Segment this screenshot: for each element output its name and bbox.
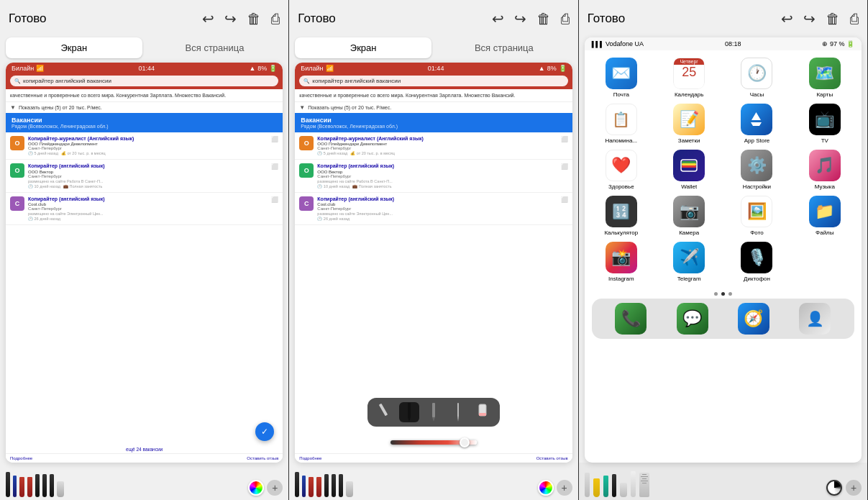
panel2-pen-2[interactable] [302,476,306,497]
panel3-pen-yellow[interactable] [593,478,600,497]
panel1-job-item-1[interactable]: О Копирайтер-журналист (Английский язык)… [6,132,283,160]
panel3-done-button[interactable]: Готово [588,12,626,26]
panel1-pen-6[interactable] [42,474,47,497]
panel3-app-instagram[interactable]: 📸 Instagram [590,242,652,282]
panel1-pen-5[interactable] [35,474,40,497]
panel2-job-item-2[interactable]: О Копирайтер (английский язык) ООО Векто… [295,160,572,192]
panel1-pen-4[interactable] [27,477,32,497]
panel3-app-telegram[interactable]: ✈️ Telegram [658,242,720,282]
panel3-app-notes[interactable]: 📝 Заметки [658,104,720,144]
panel2-share-icon[interactable]: ⎙ [561,11,570,27]
panel2-pen-6[interactable] [332,474,336,497]
panel3-ruler[interactable] [639,473,649,497]
panel3-app-calculator[interactable]: 🔢 Калькулятор [590,196,652,236]
panel3-app-wallet[interactable]: Wallet [658,150,720,190]
panel1-tab-fullpage[interactable]: Вся страница [147,37,283,58]
panel1-job-item-2[interactable]: О Копирайтер (английский язык) ООО Векто… [6,160,283,192]
panel2-pen-1[interactable] [295,472,299,497]
panel2-tab-screen[interactable]: Экран [295,37,431,58]
panel3-pen-black[interactable] [612,474,616,497]
panel2-tool-pen-black[interactable] [399,402,419,422]
panel2-color-slider[interactable] [390,440,477,445]
panel3-undo-icon[interactable]: ↩ [781,10,793,27]
panel3-redo-icon[interactable]: ↪ [803,10,816,27]
panel2-search-input[interactable]: 🔍 копирайтер английский вакансии [299,76,567,86]
panel3-dot-3[interactable] [728,292,732,296]
panel1-job-item-3[interactable]: С Копирайтер (английский язык) Cool.club… [6,193,283,225]
panel2-tool-pen-thin[interactable] [448,402,468,422]
panel2-delete-icon[interactable]: 🗑 [536,11,551,27]
panel1-more-vacancies[interactable]: ещё 24 вакансии [6,445,283,453]
panel1-delete-icon[interactable]: 🗑 [247,11,261,27]
panel3-dock-messages[interactable]: 💬 [677,303,708,335]
panel1-tab-screen[interactable]: Экран [6,37,142,58]
panel3-app-health[interactable]: ❤️ Здоровье [590,150,652,190]
panel1-bottom-details[interactable]: Подробнее [10,456,32,460]
panel1-pen-3[interactable] [19,477,24,497]
panel2-job3-bookmark[interactable]: ⬜ [561,196,568,203]
panel1-redo-icon[interactable]: ↪ [224,10,237,27]
panel3-dock-safari[interactable]: 🧭 [738,303,769,335]
panel2-eraser[interactable] [346,481,353,497]
panel2-job2-bookmark[interactable]: ⬜ [561,163,568,170]
panel2-tool-pencil[interactable] [375,402,395,422]
panel2-color-wheel[interactable] [538,480,554,496]
panel2-done-button[interactable]: Готово [298,12,336,26]
panel2-bottom-details[interactable]: Подробнее [299,456,321,460]
panel3-app-files[interactable]: 📁 Файлы [794,196,856,236]
panel2-pen-7[interactable] [339,474,343,497]
panel3-pen-teal[interactable] [603,476,608,497]
panel2-job-item-3[interactable]: С Копирайтер (английский язык) Cool.club… [295,193,572,225]
panel3-dot-2[interactable] [721,292,725,296]
panel2-tool-eraser[interactable] [472,402,493,422]
panel3-app-voice-memos[interactable]: 🎙️ Диктофон [726,242,787,282]
panel2-job-item-1[interactable]: О Копирайтер-журналист (Английский язык)… [295,132,572,160]
panel1-done-button[interactable]: Готово [9,12,47,26]
panel3-pen-white[interactable] [585,473,590,497]
panel1-bottom-review[interactable]: Оставить отзыв [247,456,278,460]
panel3-app-mail[interactable]: ✉️ Почта [590,58,652,98]
panel2-redo-icon[interactable]: ↪ [514,10,526,27]
panel3-app-reminders[interactable]: 📋 Напомина... [590,104,652,144]
panel3-dot-1[interactable] [714,292,718,296]
panel1-pen-2[interactable] [13,476,17,497]
panel1-search-input[interactable]: 🔍 копирайтер английский вакансии [10,76,278,86]
panel1-price-filter[interactable]: ▼ Показать цены (5) от 20 тыс. Р/мес. [6,102,283,113]
panel1-undo-icon[interactable]: ↩ [202,10,214,27]
panel2-add-tool-button[interactable]: + [557,480,572,496]
panel3-app-settings[interactable]: ⚙️ Настройки [726,150,787,190]
panel3-app-music[interactable]: 🎵 Музыка [794,150,856,190]
panel1-share-icon[interactable]: ⎙ [271,11,280,27]
panel3-pen-white2[interactable] [631,471,636,497]
panel3-dock-contacts[interactable]: 👤 [799,303,831,335]
panel2-job1-bookmark[interactable]: ⬜ [561,136,568,142]
panel2-pen-5[interactable] [324,474,329,497]
panel1-color-wheel[interactable] [248,480,264,496]
panel2-price-filter[interactable]: ▼ Показать цены (5) от 20 тыс. Р/мес. [295,102,572,113]
panel3-app-photos[interactable]: 🖼️ Фото [726,196,787,236]
panel2-undo-icon[interactable]: ↩ [492,10,504,27]
panel2-tab-fullpage[interactable]: Вся страница [436,37,572,58]
panel2-pen-3[interactable] [309,477,314,497]
panel3-delete-icon[interactable]: 🗑 [826,11,840,27]
panel1-add-tool-button[interactable]: + [267,480,283,496]
panel3-app-appstore[interactable]: App Store [726,104,787,144]
panel1-job1-bookmark[interactable]: ⬜ [271,136,278,142]
panel2-tool-pen-gray[interactable] [424,402,444,422]
panel3-app-camera[interactable]: 📷 Камера [658,196,720,236]
panel2-pen-4[interactable] [316,477,321,497]
panel3-dock-phone[interactable]: 📞 [615,303,647,335]
panel2-bottom-review[interactable]: Оставить отзыв [536,456,568,460]
panel1-pen-7[interactable] [50,474,54,497]
panel3-app-tv[interactable]: 📺 TV [794,104,856,144]
panel2-color-slider-thumb[interactable] [460,437,470,447]
panel3-app-maps[interactable]: 🗺️ Карты [794,58,856,98]
panel1-pen-1[interactable] [6,472,10,497]
panel3-color-wheel[interactable] [826,480,842,496]
panel3-pen-pink-eraser[interactable] [620,483,627,497]
panel1-job2-bookmark[interactable]: ⬜ [271,163,278,170]
panel1-eraser[interactable] [57,481,64,497]
panel3-add-tool-button[interactable]: + [846,480,862,496]
panel1-job3-bookmark[interactable]: ⬜ [271,196,278,203]
panel3-app-clock[interactable]: 🕐 Часы [726,58,787,98]
